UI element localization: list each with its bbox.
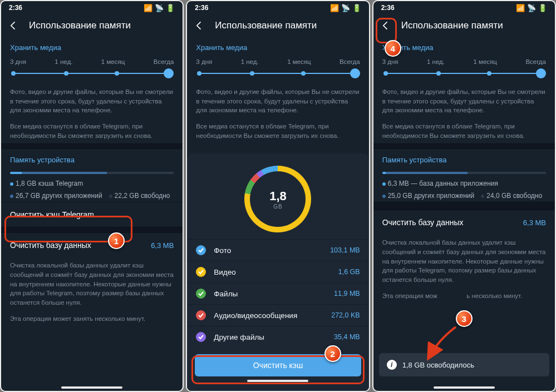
status-time: 2:36 bbox=[195, 4, 208, 12]
back-icon[interactable] bbox=[380, 20, 391, 31]
cache-sheet: 1,8 GB Фото 103,1 MB Видео 1,6 GB Файлы … bbox=[187, 153, 368, 391]
phone-frame-2: 2:36 📶 📡 🔋 Использование памяти Хранить … bbox=[186, 0, 370, 392]
slider-labels: 3 дня 1 нед. 1 месяц Всегда bbox=[1, 54, 183, 67]
checkbox-icon[interactable] bbox=[196, 289, 206, 299]
status-icons: 📶 📡 🔋 bbox=[144, 4, 175, 12]
annotation-badge-3: 3 bbox=[456, 310, 473, 327]
section-media: Хранить медиа bbox=[1, 37, 183, 54]
battery-icon: 🔋 bbox=[538, 4, 547, 12]
hint-2: Все медиа останутся в облаке Telegram, п… bbox=[1, 118, 183, 143]
clear-cache-row[interactable]: Очистить кэш Telegram bbox=[1, 202, 183, 227]
battery-icon: 🔋 bbox=[352, 4, 361, 12]
toast-freed: i 1,8 GB освободилось bbox=[379, 353, 549, 376]
storage-legend: 1,8 GB кэша Telegram bbox=[1, 177, 183, 190]
annotation-badge-4: 4 bbox=[385, 40, 401, 57]
annotation-badge-1: 1 bbox=[108, 232, 125, 249]
hint-2: Все медиа останутся в облаке Telegram, п… bbox=[373, 118, 555, 143]
page-title: Использование памяти bbox=[29, 20, 131, 31]
status-bar: 2:36 📶 📡 🔋 bbox=[187, 1, 368, 14]
status-time: 2:36 bbox=[381, 4, 395, 12]
status-icons: 📶 📡 🔋 bbox=[330, 4, 361, 12]
slider-labels: 3 дня 1 нед. 1 месяц Всегда bbox=[187, 54, 368, 67]
section-storage: Память устройства bbox=[373, 149, 555, 166]
media-slider[interactable] bbox=[382, 70, 546, 77]
clear-db-row[interactable]: Очистить базу данных 6,3 MB bbox=[1, 232, 183, 257]
annotation-badge-2: 2 bbox=[324, 345, 341, 362]
db-desc2: Эта операция мож XXXXXX ь несколько мину… bbox=[373, 288, 555, 304]
cat-video[interactable]: Видео 1,6 GB bbox=[187, 261, 368, 282]
back-icon[interactable] bbox=[8, 20, 19, 31]
storage-legend: 6,3 MB — база данных приложения bbox=[373, 177, 555, 190]
back-icon[interactable] bbox=[194, 20, 205, 31]
home-indicator[interactable] bbox=[247, 380, 308, 382]
info-icon: i bbox=[387, 360, 397, 370]
screen-3: 2:36 📶 📡 🔋 Использование памяти Хранить … bbox=[373, 1, 555, 391]
phone-frame-1: 2:36 📶 📡 🔋 Использование памяти Хранить … bbox=[0, 0, 184, 392]
storage-legend-2: 25,0 GB других приложений 24,0 GB свобод… bbox=[373, 190, 555, 202]
status-icons: 📶 📡 🔋 bbox=[516, 4, 547, 12]
checkbox-icon[interactable] bbox=[196, 332, 206, 342]
hint-1: Фото, видео и другие файлы, которые Вы н… bbox=[1, 84, 183, 118]
cat-photo[interactable]: Фото 103,1 MB bbox=[187, 239, 368, 261]
section-storage: Память устройства bbox=[1, 149, 183, 166]
status-bar: 2:36 📶 📡 🔋 bbox=[373, 1, 555, 14]
signal-icon: 📶 bbox=[144, 4, 152, 12]
cat-other[interactable]: Другие файлы 35,4 MB bbox=[187, 326, 368, 348]
wifi-icon: 📡 bbox=[155, 4, 164, 12]
clear-db-row[interactable]: Очистить базу данных 6,3 MB bbox=[373, 210, 555, 235]
wifi-icon: 📡 bbox=[527, 4, 536, 12]
slider-labels: 3 дня 1 нед. 1 месяц Всегда bbox=[373, 54, 555, 67]
divider bbox=[373, 143, 555, 149]
db-desc2: Эта операция может занять несколько мину… bbox=[1, 311, 183, 327]
storage-legend-2: 26,7 GB других приложений 22,2 GB свобод… bbox=[1, 190, 183, 202]
hint-2: Все медиа останутся в облаке Telegram, п… bbox=[187, 118, 368, 143]
donut-chart: 1,8 GB bbox=[244, 166, 311, 232]
page-title: Использование памяти bbox=[215, 20, 317, 31]
app-header: Использование памяти bbox=[187, 14, 368, 37]
divider bbox=[1, 143, 183, 149]
signal-icon: 📶 bbox=[330, 4, 339, 12]
storage-bar bbox=[382, 172, 546, 174]
signal-icon: 📶 bbox=[516, 4, 525, 12]
checkbox-icon[interactable] bbox=[196, 245, 206, 255]
cat-files[interactable]: Файлы 11,9 MB bbox=[187, 282, 368, 304]
screen-1: 2:36 📶 📡 🔋 Использование памяти Хранить … bbox=[1, 1, 183, 391]
storage-bar bbox=[10, 172, 174, 174]
cat-audio[interactable]: Аудио/видеосообщения 272,0 KB bbox=[187, 304, 368, 326]
db-desc: Очистка локальной базы данных удалит кэш… bbox=[1, 257, 183, 310]
section-media: Хранить медиа bbox=[187, 37, 368, 54]
media-slider[interactable] bbox=[196, 70, 360, 77]
wifi-icon: 📡 bbox=[341, 4, 350, 12]
status-bar: 2:36 📶 📡 🔋 bbox=[1, 1, 183, 14]
divider bbox=[1, 227, 183, 232]
checkbox-icon[interactable] bbox=[196, 267, 206, 277]
media-slider[interactable] bbox=[10, 70, 174, 77]
status-time: 2:36 bbox=[9, 4, 22, 12]
hint-1: Фото, видео и другие файлы, которые Вы н… bbox=[187, 84, 368, 118]
screen-2: 2:36 📶 📡 🔋 Использование памяти Хранить … bbox=[187, 1, 368, 391]
phone-frame-3: 2:36 📶 📡 🔋 Использование памяти Хранить … bbox=[372, 0, 556, 392]
app-header: Использование памяти bbox=[373, 14, 555, 37]
home-indicator[interactable] bbox=[61, 386, 122, 389]
hint-1: Фото, видео и другие файлы, которые Вы н… bbox=[373, 84, 555, 118]
app-header: Использование памяти bbox=[1, 14, 183, 37]
divider bbox=[373, 202, 555, 210]
page-title: Использование памяти bbox=[401, 20, 503, 31]
home-indicator[interactable] bbox=[434, 386, 495, 389]
checkbox-icon[interactable] bbox=[196, 310, 206, 320]
db-desc: Очистка локальной базы данных удалит кэш… bbox=[373, 235, 555, 287]
battery-icon: 🔋 bbox=[166, 4, 175, 12]
